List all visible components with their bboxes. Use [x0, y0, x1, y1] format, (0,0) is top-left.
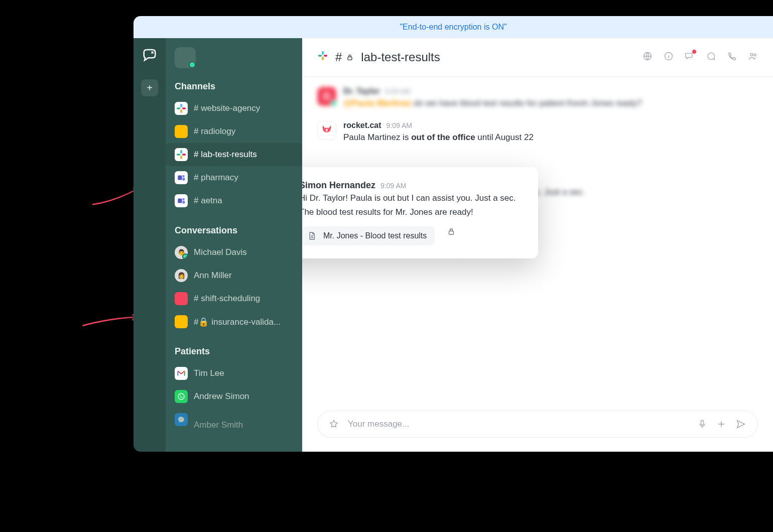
encryption-banner: "End-to-end encryption is ON"	[134, 16, 773, 38]
avatar: D	[317, 87, 336, 106]
svg-rect-3	[182, 107, 186, 109]
svg-point-22	[750, 53, 753, 56]
channel-label: # shift-scheduling	[194, 294, 260, 304]
lock-icon	[447, 227, 456, 238]
slack-icon	[175, 102, 188, 115]
workspace-avatar[interactable]	[175, 47, 196, 68]
message-author: rocket.cat	[343, 121, 381, 130]
svg-rect-17	[322, 57, 324, 60]
svg-rect-27	[701, 421, 704, 425]
svg-point-25	[328, 129, 329, 130]
teams-icon	[175, 194, 188, 207]
document-icon	[307, 231, 316, 240]
message-time: 9:09 AM	[386, 121, 412, 129]
app-window: "End-to-end encryption is ON" + Channels	[134, 16, 773, 452]
channel-label: # aetna	[194, 196, 222, 206]
channel-label: # lab-test-results	[194, 150, 257, 160]
send-icon[interactable]	[735, 419, 746, 430]
annotation-arrow-bottom	[80, 306, 141, 331]
svg-point-9	[182, 175, 185, 178]
message-popover: Simon Hernandez 9:09 AM Hi Dr. Taylor! P…	[302, 167, 538, 258]
svg-rect-15	[322, 51, 324, 55]
teams-icon	[175, 171, 188, 184]
svg-rect-16	[318, 55, 322, 57]
channel-shift-scheduling[interactable]: # shift-scheduling	[166, 287, 302, 310]
channel-aetna[interactable]: # aetna	[166, 189, 302, 212]
encryption-banner-text: "End-to-end encryption is ON"	[400, 23, 506, 32]
chat-icon[interactable]	[706, 51, 716, 63]
message-text-line1: Hi Dr. Taylor! Paula is out but I can as…	[302, 192, 524, 205]
channel-label: # website-agency	[194, 103, 260, 113]
slack-icon	[317, 50, 328, 64]
main-panel: # lab-test-results	[302, 38, 773, 452]
svg-rect-13	[182, 201, 185, 204]
attachment-chip[interactable]: Mr. Jones - Blood test results	[302, 226, 435, 245]
dm-michael-davis[interactable]: 👨 Michael Davis	[166, 241, 302, 264]
globe-icon[interactable]	[642, 51, 653, 63]
message-rocketcat: rocket.cat 9:09 AM Paula Martinez is out…	[317, 121, 758, 144]
channel-lab-test-results[interactable]: # lab-test-results	[166, 143, 302, 166]
message-author: Dr. Taylor	[343, 87, 380, 96]
star-icon[interactable]	[329, 419, 339, 429]
section-title-channels: Channels	[166, 68, 302, 97]
channel-website-agency[interactable]: # website-agency	[166, 97, 302, 120]
svg-rect-26	[449, 231, 454, 234]
section-title-patients: Patients	[166, 333, 302, 362]
message-author: Simon Hernandez	[302, 180, 375, 191]
svg-rect-8	[178, 176, 182, 180]
channel-color-icon	[175, 125, 188, 138]
svg-point-23	[754, 54, 756, 56]
dm-label: Ann Miller	[194, 271, 232, 281]
nav-rail: +	[134, 38, 166, 452]
dm-ann-miller[interactable]: 👩 Ann Miller	[166, 264, 302, 287]
gmail-icon	[175, 367, 188, 380]
channel-label: # radiology	[194, 126, 235, 137]
mic-icon[interactable]	[697, 419, 707, 429]
info-icon[interactable]	[664, 51, 674, 63]
svg-rect-10	[182, 178, 185, 181]
composer	[317, 411, 758, 438]
rocketcat-avatar	[317, 121, 336, 140]
message-text-post: until August 22	[475, 132, 534, 142]
messages-list: D Dr. Taylor 9:09 AM @Paula Martinez do …	[302, 77, 773, 402]
user-avatar: 👨	[175, 246, 188, 259]
whatsapp-icon	[175, 390, 188, 403]
channel-color-icon	[175, 315, 188, 328]
patient-label: Tim Lee	[194, 368, 224, 378]
channel-label: # pharmacy	[194, 173, 238, 183]
svg-rect-7	[182, 154, 186, 156]
discussion-icon[interactable]	[685, 51, 695, 63]
attachment-name: Mr. Jones - Blood test results	[323, 231, 427, 240]
patient-tim-lee[interactable]: Tim Lee	[166, 362, 302, 385]
svg-rect-4	[180, 150, 182, 154]
channel-color-icon	[175, 292, 188, 305]
header-actions	[642, 51, 758, 63]
section-title-conversations: Conversations	[166, 212, 302, 241]
mention: @Paula Martinez	[343, 98, 412, 108]
message-input[interactable]	[348, 419, 688, 429]
channel-insurance-validation[interactable]: #🔒 insurance-valida...	[166, 310, 302, 333]
message-time: 9:09 AM	[380, 182, 406, 190]
members-icon[interactable]	[748, 51, 758, 63]
user-avatar: 👩	[175, 269, 188, 282]
channel-name: lab-test-results	[361, 50, 440, 64]
plus-icon[interactable]	[716, 419, 726, 429]
phone-icon[interactable]	[727, 51, 737, 63]
channel-header: # lab-test-results	[302, 38, 773, 77]
message-text: do we have blood test results for patien…	[412, 98, 642, 108]
message-time: 9:09 AM	[385, 87, 411, 95]
channel-radiology[interactable]: # radiology	[166, 120, 302, 143]
svg-rect-2	[180, 109, 182, 113]
sidebar: Channels # website-agency # radiol	[166, 38, 302, 452]
message-blurred: D Dr. Taylor 9:09 AM @Paula Martinez do …	[317, 87, 758, 110]
svg-point-24	[325, 129, 326, 130]
message-text-bold: out of the office	[411, 132, 475, 142]
patient-amber-smith[interactable]: Amber Smith	[166, 408, 302, 442]
add-workspace-button[interactable]: +	[141, 79, 158, 96]
channel-pharmacy[interactable]: # pharmacy	[166, 166, 302, 189]
svg-rect-1	[177, 107, 180, 109]
svg-rect-18	[324, 55, 327, 57]
svg-rect-0	[180, 104, 182, 107]
patient-andrew-simon[interactable]: Andrew Simon	[166, 385, 302, 408]
messenger-icon	[175, 413, 188, 426]
